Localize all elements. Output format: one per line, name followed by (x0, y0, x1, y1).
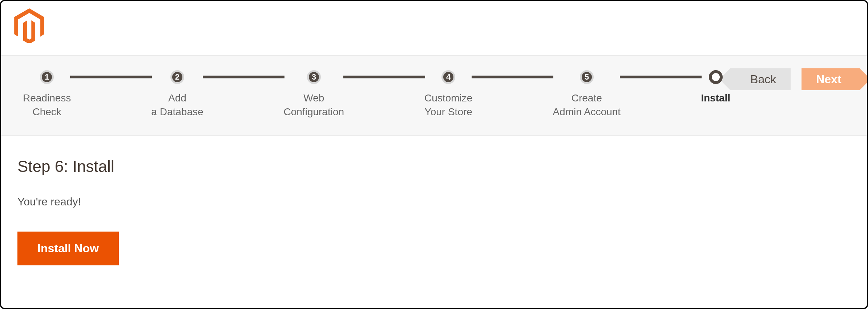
nav-buttons: Back Next (730, 68, 860, 90)
step-label: Readiness Check (23, 91, 71, 119)
step-number: 1 (40, 70, 54, 84)
step-number: 2 (170, 70, 184, 84)
step-create-admin[interactable]: 5 Create Admin Account (553, 70, 621, 119)
step-label: Create Admin Account (553, 91, 621, 119)
step-number: 5 (580, 70, 594, 84)
next-button[interactable]: Next (802, 68, 859, 90)
step-customize-store[interactable]: 4 Customize Your Store (424, 70, 472, 119)
step-connector (472, 75, 553, 79)
step-connector (70, 75, 152, 79)
step-label: Add a Database (151, 91, 203, 119)
step-number: 4 (441, 70, 455, 84)
page-title: Step 6: Install (17, 157, 851, 176)
header (1, 1, 867, 55)
step-label: Customize Your Store (424, 91, 472, 119)
step-number: 3 (307, 70, 321, 84)
progress-wizard: 1 Readiness Check 2 Add a Database 3 Web… (1, 55, 867, 136)
step-connector (343, 75, 425, 79)
ready-text: You're ready! (17, 196, 851, 208)
magento-logo-icon (14, 8, 45, 43)
step-label: Web Configuration (284, 91, 344, 119)
step-readiness-check[interactable]: 1 Readiness Check (23, 70, 71, 119)
step-add-database[interactable]: 2 Add a Database (151, 70, 203, 119)
content: Step 6: Install You're ready! Install No… (1, 136, 867, 280)
back-button[interactable]: Back (730, 68, 791, 90)
step-label: Install (701, 91, 730, 105)
step-connector (203, 75, 284, 79)
step-current-marker (709, 70, 723, 84)
install-now-button[interactable]: Install Now (17, 232, 119, 265)
steps-track: 1 Readiness Check 2 Add a Database 3 Web… (23, 70, 730, 119)
step-connector (620, 75, 702, 79)
step-web-configuration[interactable]: 3 Web Configuration (284, 70, 344, 119)
